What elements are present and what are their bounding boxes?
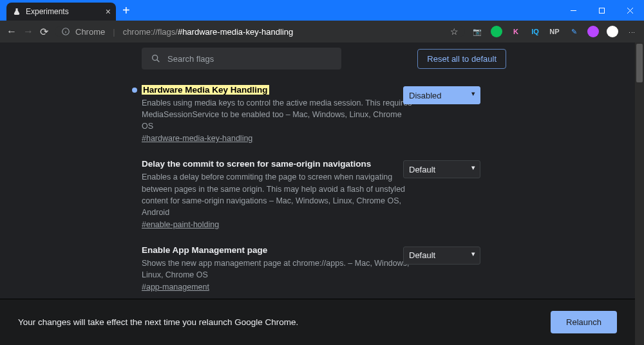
window-controls	[559, 0, 644, 21]
browser-menu-icon[interactable]: ⋮	[626, 26, 638, 37]
green-circle-ext-icon[interactable]	[491, 26, 502, 37]
flask-icon	[13, 8, 21, 15]
address-bar[interactable]: Chrome | chrome://flags/#hardware-media-…	[55, 26, 465, 37]
tab-title: Experiments	[26, 7, 69, 16]
svg-line-8	[157, 60, 160, 62]
flag-hash-link[interactable]: #enable-paint-holding	[142, 220, 219, 229]
flag-description: Enables a delay before commiting the pag…	[142, 171, 412, 218]
close-window-button[interactable]	[616, 0, 644, 21]
flag-description: Shows the new app management page at chr…	[142, 257, 412, 281]
back-button[interactable]: ←	[6, 26, 17, 37]
extension-icons: 📷 K IQ NP ✎ ⋮	[471, 26, 638, 37]
flag-state-select[interactable]: Default	[403, 160, 480, 178]
url-prefix: chrome://flags/	[123, 27, 178, 37]
relaunch-bar: Your changes will take effect the next t…	[0, 299, 635, 345]
camera-ext-icon[interactable]: 📷	[471, 26, 483, 37]
iq-ext-icon[interactable]: IQ	[529, 26, 541, 37]
flag-hash-link[interactable]: #hardware-media-key-handling	[142, 134, 252, 143]
flag-item: Delay the commit to screen for same-orig…	[0, 149, 635, 235]
flag-state-select[interactable]: Disabled	[403, 86, 480, 104]
search-flags-input[interactable]: Search flags	[142, 48, 341, 70]
close-tab-icon[interactable]: ×	[106, 7, 111, 16]
reset-all-button[interactable]: Reset all to default	[417, 49, 506, 69]
minimize-button[interactable]	[559, 0, 587, 21]
search-placeholder: Search flags	[167, 54, 214, 64]
browser-toolbar: ← → ⟳ Chrome | chrome://flags/#hardware-…	[0, 21, 644, 42]
modified-marker-icon	[132, 88, 137, 93]
purple-circle-ext-icon[interactable]	[587, 26, 599, 37]
flag-title: Delay the commit to screen for same-orig…	[142, 159, 371, 169]
flag-title: Enable App Management page	[142, 245, 267, 255]
profile-avatar[interactable]	[607, 26, 618, 37]
new-tab-button[interactable]: +	[122, 3, 130, 17]
titlebar: Experiments × +	[0, 0, 644, 21]
flag-state-select[interactable]: Default	[403, 247, 480, 265]
flag-item: Hardware Media Key Handling Enables usin…	[0, 75, 635, 149]
relaunch-message: Your changes will take effect the next t…	[18, 317, 298, 327]
pen-ext-icon[interactable]: ✎	[568, 26, 580, 37]
np-ext-icon[interactable]: NP	[549, 26, 560, 37]
flags-page: Search flags Reset all to default Hardwa…	[0, 42, 644, 345]
forward-button[interactable]: →	[23, 26, 33, 37]
maximize-button[interactable]	[587, 0, 616, 21]
flag-title: Hardware Media Key Handling	[142, 85, 269, 95]
flags-scroll-area: Search flags Reset all to default Hardwa…	[0, 42, 635, 299]
chrome-label: Chrome	[75, 27, 105, 37]
search-icon	[151, 53, 161, 64]
site-info-icon	[61, 27, 70, 36]
flag-description: Enables using media keys to control the …	[142, 97, 412, 132]
svg-point-7	[153, 55, 158, 61]
browser-tab[interactable]: Experiments ×	[6, 3, 116, 21]
scrollbar-thumb[interactable]	[636, 44, 643, 82]
reload-button[interactable]: ⟳	[40, 26, 48, 38]
scrollbar[interactable]	[635, 42, 644, 345]
flag-item: Enable App Management page Shows the new…	[0, 235, 635, 297]
flags-header: Search flags Reset all to default	[0, 42, 635, 75]
url-fragment: #hardware-media-key-handling	[178, 27, 293, 37]
k-ext-icon[interactable]: K	[510, 26, 522, 37]
svg-rect-1	[599, 8, 604, 13]
relaunch-button[interactable]: Relaunch	[551, 311, 617, 333]
bookmark-star-icon[interactable]: ☆	[450, 26, 459, 37]
flag-hash-link[interactable]: #app-management	[142, 283, 209, 292]
